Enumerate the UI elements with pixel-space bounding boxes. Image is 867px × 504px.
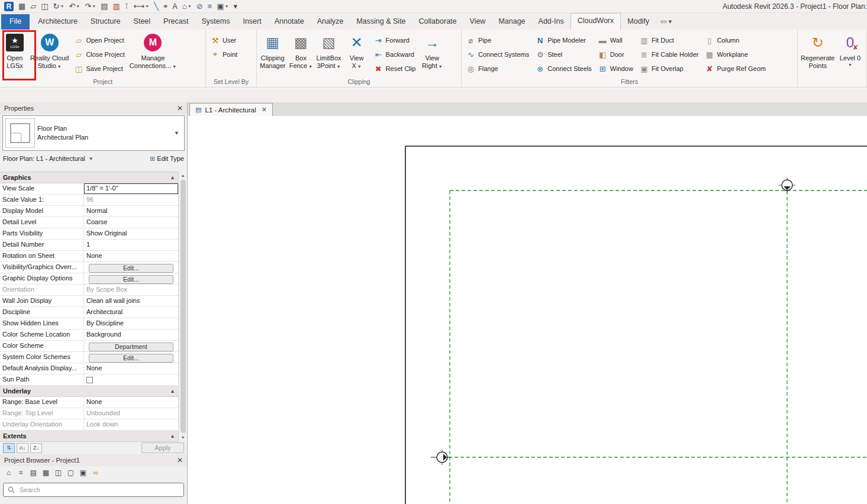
search-input[interactable] xyxy=(18,486,179,494)
pipe-modeler-button[interactable]: NPipe Modeler xyxy=(535,33,592,47)
ribbon-tab-architecture[interactable]: Architecture xyxy=(31,14,84,30)
project-browser-close-icon[interactable]: ✕ xyxy=(177,456,183,464)
property-value-text[interactable]: Look down xyxy=(86,421,118,428)
apply-button[interactable]: Apply xyxy=(141,442,184,453)
crop-boundary-line[interactable] xyxy=(405,146,867,504)
properties-filter-chevron-down-icon[interactable]: ▼ xyxy=(89,156,94,161)
property-value-text[interactable]: Normal xyxy=(86,207,107,214)
regenerate-points-button[interactable]: ↻RegeneratePoints xyxy=(799,30,837,69)
reality-cloud-studio-button-dropdown-icon[interactable]: ▼ xyxy=(57,64,62,69)
fit-duct-button[interactable]: ▥Fit Duct xyxy=(639,33,698,47)
ribbon-options-icon[interactable]: ▭ ▾ xyxy=(656,15,676,30)
close-project-button[interactable]: ▱Close Project xyxy=(73,47,124,62)
property-value-text[interactable]: 96 xyxy=(86,196,94,203)
preview-icon[interactable]: ◫ xyxy=(52,467,65,479)
default-3d-view-icon-dropdown-icon[interactable]: ▼ xyxy=(188,4,192,8)
scroll-down-icon[interactable]: ▼ xyxy=(181,434,185,441)
clipping-manager-button[interactable]: ▦ClippingManager xyxy=(258,30,287,69)
properties-filter[interactable]: Floor Plan: L1 - Architectural xyxy=(3,155,85,162)
property-value-text[interactable]: Clean all wall joins xyxy=(86,297,140,304)
manage-connections-button[interactable]: MManageConnections...▼ xyxy=(128,30,178,70)
fit-cable-holder-button[interactable]: ≣Fit Cable Holder xyxy=(639,47,698,62)
column-button[interactable]: ▯Column xyxy=(704,33,766,47)
default-3d-view-icon[interactable]: ⌂▼ xyxy=(180,1,194,12)
ribbon-tab-view[interactable]: View xyxy=(463,14,492,30)
ribbon-tab-manage[interactable]: Manage xyxy=(492,14,531,30)
save-project-button[interactable]: ◫Save Project xyxy=(73,62,124,76)
undo-icon[interactable]: ↶▼ xyxy=(66,1,82,12)
property-value-button[interactable]: Edit... xyxy=(89,264,173,273)
reality-cloud-studio-button[interactable]: WReality CloudStudio▼ xyxy=(28,30,70,70)
edit-type-button[interactable]: ⊞ Edit Type xyxy=(150,155,184,163)
symbol-icon[interactable]: ⌖ xyxy=(161,1,170,12)
properties-close-icon[interactable]: ✕ xyxy=(177,104,183,112)
property-value-button[interactable]: Edit... xyxy=(89,354,173,363)
property-value-field[interactable]: 1/8" = 1'-0" xyxy=(84,183,178,194)
open-lgsx-button[interactable]: ★LGSxOpenLGSx xyxy=(1,30,28,69)
property-checkbox[interactable] xyxy=(86,377,93,383)
sheet-icon[interactable]: ▢ xyxy=(65,467,77,479)
type-selector-chevron-down-icon[interactable]: ▼ xyxy=(174,130,179,136)
switch-windows-icon[interactable]: ▣▼ xyxy=(214,1,231,12)
ribbon-tab-analyze[interactable]: Analyze xyxy=(311,14,350,30)
ribbon-tab-file[interactable]: File xyxy=(1,14,30,30)
model-line-icon[interactable]: ╲ xyxy=(152,1,161,12)
purge-ref-geom-button[interactable]: ✘Purge Ref Geom xyxy=(704,62,766,76)
elevation-extent-dashed-lines[interactable] xyxy=(431,190,867,504)
window-button[interactable]: ⊞Window xyxy=(598,62,633,76)
project-browser-search[interactable] xyxy=(3,483,184,497)
property-value-button[interactable]: Edit... xyxy=(89,275,173,284)
view-right-button-dropdown-icon[interactable]: ▼ xyxy=(439,64,443,69)
property-value-text[interactable]: Architectural xyxy=(86,308,123,315)
wall-button[interactable]: ▬Wall xyxy=(598,33,633,47)
door-button[interactable]: ◧Door xyxy=(598,47,633,62)
redo-icon[interactable]: ↷▼ xyxy=(82,1,98,12)
property-value-button[interactable]: Department xyxy=(89,343,173,351)
reset-clip-button[interactable]: ✖Reset Clip xyxy=(373,62,416,76)
box-fence-button[interactable]: ▩BoxFence▼ xyxy=(287,30,314,70)
text-icon[interactable]: A xyxy=(170,1,180,12)
qat-customize-icon[interactable]: ▾ xyxy=(231,1,240,12)
home-icon[interactable]: ⌂ xyxy=(2,467,15,479)
revit-logo[interactable]: R xyxy=(2,1,16,12)
section-collapse-icon[interactable]: ▲ xyxy=(170,175,175,180)
views-icon[interactable]: ▦ xyxy=(16,1,28,12)
ribbon-tab-massing-site[interactable]: Massing & Site xyxy=(350,14,412,30)
ribbon-tab-cloudworx[interactable]: CloudWorx xyxy=(571,13,621,30)
elevation-marker-left[interactable] xyxy=(434,450,450,465)
view-x-button-dropdown-icon[interactable]: ▼ xyxy=(357,64,362,69)
property-value-text[interactable]: None xyxy=(86,252,102,259)
print-icon[interactable]: ▤ xyxy=(98,1,110,12)
ribbon-tab-systems[interactable]: Systems xyxy=(195,14,236,30)
undo-icon-dropdown-icon[interactable]: ▼ xyxy=(76,4,80,8)
view-tab-close-icon[interactable]: ✕ xyxy=(262,106,267,114)
property-value-text[interactable]: By Scope Box xyxy=(86,286,127,293)
pipe-button[interactable]: ⌀Pipe xyxy=(466,33,529,47)
section-header-extents[interactable]: Extents▲ xyxy=(0,431,178,442)
section-header-underlay[interactable]: Underlay▲ xyxy=(0,386,178,397)
set-level-by-user-button[interactable]: ⚒User xyxy=(210,33,237,47)
property-value-text[interactable]: By Discipline xyxy=(86,319,124,327)
open-file-icon[interactable]: ▱ xyxy=(28,1,38,12)
backward-button[interactable]: ⇤Backward xyxy=(373,47,416,62)
sort-manual-icon[interactable]: ⇅ xyxy=(3,443,15,453)
fit-overlap-button[interactable]: ▣Fit Overlap xyxy=(639,62,698,76)
view-x-button[interactable]: ✕ViewX▼ xyxy=(343,30,370,70)
model-canvas[interactable] xyxy=(188,116,867,504)
ribbon-tab-insert[interactable]: Insert xyxy=(236,14,267,30)
schedule-icon[interactable]: ▦ xyxy=(40,467,52,479)
scrollbar-thumb[interactable] xyxy=(181,180,186,433)
property-value-text[interactable]: None xyxy=(86,398,102,405)
forward-button[interactable]: ⇥Forward xyxy=(373,33,416,47)
limitbox-3point-button[interactable]: ▧LimitBox3Point▼ xyxy=(314,30,343,70)
property-value-text[interactable]: None xyxy=(86,364,102,371)
ribbon-tab-structure[interactable]: Structure xyxy=(84,14,127,30)
section-icon[interactable]: ⊘ xyxy=(194,1,205,12)
connect-systems-button[interactable]: ∿Connect Systems xyxy=(466,47,529,62)
box-icon[interactable]: ▣ xyxy=(77,467,89,479)
open-project-button[interactable]: ▱Open Project xyxy=(73,33,124,47)
redo-icon-dropdown-icon[interactable]: ▼ xyxy=(92,4,96,8)
type-selector[interactable]: Floor Plan Architectural Plan ▼ xyxy=(2,115,185,151)
selection-icon[interactable]: ⌗ xyxy=(15,467,27,479)
level-0-button[interactable]: 0✘Level 0▼ xyxy=(837,30,864,67)
